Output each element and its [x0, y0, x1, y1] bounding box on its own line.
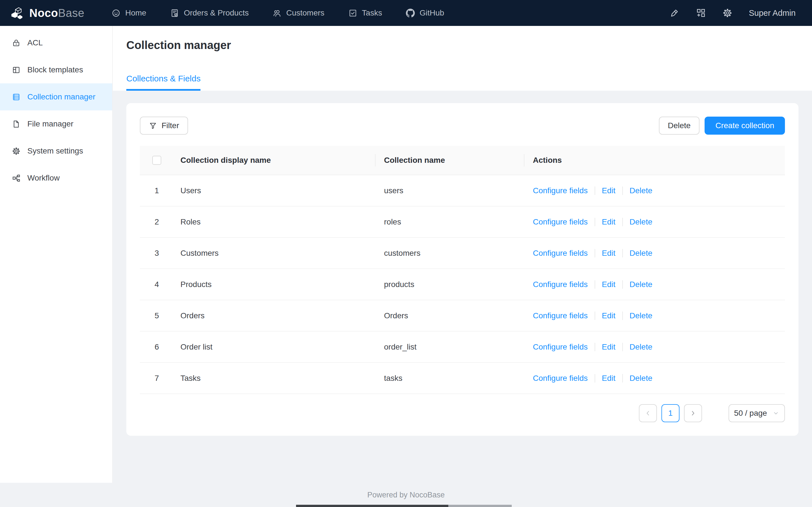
nav-label: Orders & Products [184, 8, 249, 17]
scrollbar-thumb-secondary[interactable] [448, 505, 512, 507]
row-actions: Configure fields Edit Delete [533, 342, 785, 351]
nav-item-orders-products[interactable]: Orders & Products [170, 8, 249, 18]
edit-link[interactable]: Edit [602, 374, 615, 383]
toolbar-right: Delete Create collection [659, 117, 785, 135]
smile-icon [111, 8, 121, 18]
cell-display-name: Products [174, 280, 375, 289]
action-divider [622, 186, 623, 195]
page-size-value: 50 / page [734, 409, 767, 418]
tab-bar: Collections & Fields [126, 74, 799, 91]
nav-item-home[interactable]: Home [111, 8, 146, 18]
scrollbar-thumb[interactable] [296, 505, 448, 507]
edit-link[interactable]: Edit [602, 311, 615, 320]
configure-fields-link[interactable]: Configure fields [533, 249, 588, 258]
row-index: 2 [154, 217, 159, 226]
nav-label: Home [125, 8, 146, 17]
nav-item-github[interactable]: GitHub [406, 8, 444, 18]
configure-fields-link[interactable]: Configure fields [533, 280, 588, 289]
cell-collection-name: order_list [375, 342, 524, 351]
settings-sidebar: ACL Block templates Collection manager [0, 26, 113, 483]
row-index: 3 [154, 249, 159, 258]
page-size-select[interactable]: 50 / page [728, 404, 785, 422]
nocobase-logo[interactable]: NocoBase [10, 5, 84, 20]
table-row: 3 Customers customers Configure fields E… [140, 238, 785, 269]
edit-link[interactable]: Edit [602, 342, 615, 351]
main-area: Collection manager Collections & Fields … [113, 26, 812, 483]
cell-display-name: Customers [174, 249, 375, 258]
sidebar-item-label: ACL [28, 38, 43, 47]
nav-label: GitHub [419, 8, 444, 17]
configure-fields-link[interactable]: Configure fields [533, 217, 588, 226]
delete-link[interactable]: Delete [629, 280, 652, 289]
card-toolbar: Filter Delete Create collection [140, 117, 785, 135]
edit-link[interactable]: Edit [602, 217, 615, 226]
powered-by-text: Powered by NocoBase [367, 491, 445, 499]
workflow-icon [12, 174, 20, 182]
table-row: 2 Roles roles Configure fields Edit Dele… [140, 207, 785, 238]
settings-button[interactable] [722, 8, 732, 18]
sidebar-item-acl[interactable]: ACL [0, 29, 112, 56]
cell-collection-name: users [375, 186, 524, 195]
current-user[interactable]: Super Admin [749, 8, 796, 18]
delete-link[interactable]: Delete [629, 217, 652, 226]
sidebar-item-file-manager[interactable]: File manager [0, 110, 112, 137]
create-collection-button[interactable]: Create collection [705, 117, 785, 135]
github-icon [406, 8, 415, 18]
edit-link[interactable]: Edit [602, 249, 615, 258]
filter-funnel-icon [149, 122, 157, 130]
row-index: 1 [154, 186, 159, 195]
sidebar-item-workflow[interactable]: Workflow [0, 165, 112, 191]
nav-label: Customers [286, 8, 324, 17]
select-all-checkbox[interactable] [152, 156, 161, 165]
gear-icon [722, 8, 732, 18]
select-all-cell [140, 156, 174, 165]
delete-link[interactable]: Delete [629, 186, 652, 195]
cell-collection-name: products [375, 280, 524, 289]
pagination-page-1[interactable]: 1 [661, 404, 679, 422]
table-row: 4 Products products Configure fields Edi… [140, 269, 785, 300]
cell-collection-name: Orders [375, 311, 524, 320]
cell-display-name: Orders [174, 311, 375, 320]
edit-link[interactable]: Edit [602, 186, 615, 195]
cell-display-name: Roles [174, 217, 375, 226]
cell-collection-name: roles [375, 217, 524, 226]
sidebar-item-collection-manager[interactable]: Collection manager [0, 83, 112, 110]
delete-link[interactable]: Delete [629, 249, 652, 258]
action-divider [595, 374, 595, 383]
sidebar-item-label: File manager [28, 119, 73, 128]
plugin-manager-button[interactable] [696, 8, 706, 18]
cell-display-name: Order list [174, 342, 375, 351]
delete-button[interactable]: Delete [659, 117, 700, 135]
row-index: 5 [154, 311, 159, 320]
row-actions: Configure fields Edit Delete [533, 249, 785, 258]
layout-icon [12, 66, 20, 74]
delete-link[interactable]: Delete [629, 342, 652, 351]
tab-collections-fields[interactable]: Collections & Fields [126, 74, 200, 91]
edit-link[interactable]: Edit [602, 280, 615, 289]
content-row: ACL Block templates Collection manager [0, 26, 812, 483]
database-icon [12, 93, 20, 101]
delete-link[interactable]: Delete [629, 374, 652, 383]
gear-icon [12, 147, 20, 156]
chevron-down-icon [772, 410, 779, 416]
row-index: 4 [154, 280, 159, 289]
sidebar-item-block-templates[interactable]: Block templates [0, 56, 112, 83]
ui-editor-button[interactable] [669, 8, 679, 18]
pagination-next-button[interactable] [684, 404, 702, 422]
filter-button[interactable]: Filter [140, 117, 188, 135]
file-icon [12, 120, 20, 128]
configure-fields-link[interactable]: Configure fields [533, 374, 588, 383]
row-index: 6 [154, 342, 159, 351]
delete-link[interactable]: Delete [629, 311, 652, 320]
nav-item-tasks[interactable]: Tasks [348, 8, 382, 18]
row-actions: Configure fields Edit Delete [533, 311, 785, 320]
pagination-prev-button[interactable] [639, 404, 657, 422]
nav-item-customers[interactable]: Customers [272, 8, 324, 18]
horizontal-scrollbar[interactable] [0, 505, 812, 507]
collections-card: Filter Delete Create collection Coll [126, 103, 799, 436]
sidebar-item-system-settings[interactable]: System settings [0, 137, 112, 165]
configure-fields-link[interactable]: Configure fields [533, 342, 588, 351]
configure-fields-link[interactable]: Configure fields [533, 186, 588, 195]
configure-fields-link[interactable]: Configure fields [533, 311, 588, 320]
cell-collection-name: customers [375, 249, 524, 258]
